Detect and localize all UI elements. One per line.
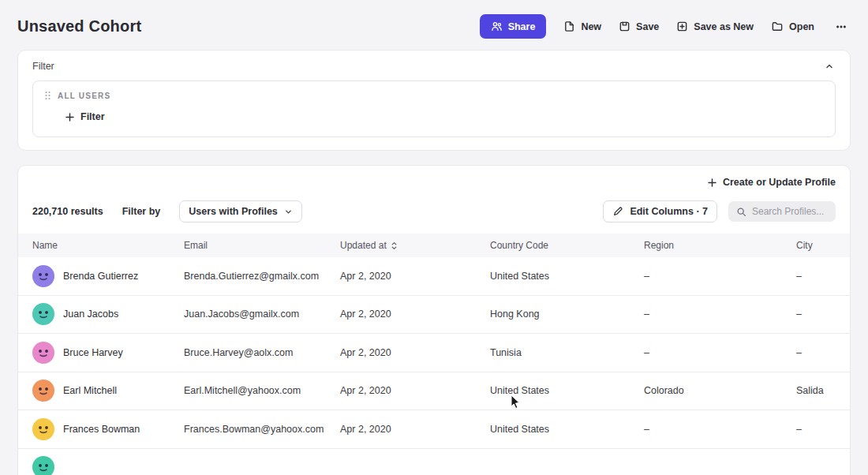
column-header-city: City	[796, 240, 836, 251]
results-panel: Create or Update Profile 220,710 results…	[17, 165, 851, 475]
chevron-up-icon	[825, 62, 834, 71]
column-header-updated-at[interactable]: Updated at	[340, 240, 490, 251]
plus-icon	[707, 178, 717, 188]
sort-icon	[391, 241, 398, 250]
country-cell: Hong Kong	[490, 309, 644, 320]
drag-handle-icon[interactable]	[44, 91, 51, 100]
filter-group: ALL USERS Filter	[32, 80, 836, 137]
country-cell: United States	[490, 271, 644, 282]
filter-by-label: Filter by	[122, 206, 161, 217]
open-button[interactable]: Open	[771, 21, 814, 32]
column-header-name: Name	[32, 240, 184, 251]
country-cell: Tunisia	[490, 347, 644, 358]
toolbar-right: Edit Columns · 7	[603, 200, 836, 223]
column-header-country-code: Country Code	[490, 240, 644, 251]
pencil-icon	[612, 206, 623, 217]
avatar	[32, 456, 54, 475]
city-cell: Salida	[796, 385, 836, 396]
filter-panel-header: Filter	[32, 60, 836, 73]
profile-search	[728, 201, 836, 222]
avatar	[32, 342, 54, 364]
results-toolbar: 220,710 results Filter by Users with Pro…	[18, 188, 850, 234]
column-header-email: Email	[184, 240, 340, 251]
table-row[interactable]: Frances Bowman Frances.Bowman@yahoox.com…	[18, 410, 850, 449]
updated-at-cell: Apr 2, 2020	[340, 309, 490, 320]
table-row[interactable]: Bruce Harvey Bruce.Harvey@aolx.com Apr 2…	[18, 334, 850, 372]
updated-at-cell: Apr 2, 2020	[340, 347, 490, 358]
save-as-new-button[interactable]: Save as New	[676, 21, 754, 32]
email-cell: Brenda.Gutierrez@gmailx.com	[184, 271, 340, 282]
save-as-new-icon	[676, 21, 688, 32]
share-icon	[491, 21, 503, 32]
updated-at-cell: Apr 2, 2020	[340, 385, 490, 396]
email-cell: Bruce.Harvey@aolx.com	[184, 347, 340, 358]
search-profiles-input[interactable]	[752, 206, 828, 217]
all-users-label: ALL USERS	[58, 92, 110, 100]
share-button[interactable]: Share	[480, 14, 547, 39]
page-title: Unsaved Cohort	[17, 17, 141, 36]
avatar	[32, 303, 54, 325]
table-row[interactable]: Juan Jacobs Juan.Jacobs@gmailx.com Apr 2…	[18, 296, 850, 335]
all-users-group: ALL USERS	[44, 91, 824, 100]
save-button[interactable]: Save	[619, 21, 659, 32]
collapse-filter-button[interactable]	[823, 60, 836, 73]
column-header-region: Region	[644, 240, 796, 251]
save-icon	[619, 21, 630, 32]
region-cell: –	[644, 271, 796, 282]
new-document-icon	[563, 21, 575, 32]
region-cell: –	[644, 309, 796, 320]
updated-at-cell: Apr 2, 2020	[340, 424, 490, 435]
edit-columns-button[interactable]: Edit Columns · 7	[603, 200, 717, 223]
region-cell: –	[644, 424, 796, 435]
table-header: Name Email Updated at Country Code Regio…	[18, 234, 850, 257]
filter-panel: Filter ALL USERS	[17, 50, 851, 151]
page-header: Unsaved Cohort Share New	[0, 0, 868, 50]
create-or-update-profile-button[interactable]: Create or Update Profile	[707, 177, 836, 188]
chevron-down-icon	[284, 208, 293, 216]
avatar	[32, 380, 54, 402]
search-icon	[736, 207, 746, 217]
email-cell: Juan.Jacobs@gmailx.com	[184, 309, 340, 320]
table-row[interactable]	[18, 449, 850, 475]
region-cell: –	[644, 347, 796, 358]
results-count: 220,710 results	[32, 206, 103, 217]
updated-at-cell: Apr 2, 2020	[340, 271, 490, 282]
avatar	[32, 265, 54, 287]
email-cell: Frances.Bowman@yahoox.com	[184, 424, 340, 435]
profile-name-cell: Brenda Gutierrez	[32, 265, 184, 287]
country-cell: United States	[490, 385, 644, 396]
city-cell: –	[796, 424, 836, 435]
city-cell: –	[796, 271, 836, 282]
profile-name-cell: Frances Bowman	[32, 418, 184, 440]
filter-panel-title: Filter	[32, 61, 54, 72]
plus-icon	[65, 112, 75, 122]
create-profile-row: Create or Update Profile	[18, 177, 850, 188]
add-filter-button[interactable]: Filter	[65, 111, 105, 122]
table-row[interactable]: Brenda Gutierrez Brenda.Gutierrez@gmailx…	[18, 257, 850, 296]
profile-name-cell	[32, 456, 184, 475]
city-cell: –	[796, 347, 836, 358]
profile-name-cell: Earl Mitchell	[32, 380, 184, 402]
avatar	[32, 418, 54, 440]
profile-name-cell: Juan Jacobs	[32, 303, 184, 325]
profiles-filter-dropdown[interactable]: Users with Profiles	[179, 200, 302, 223]
new-button[interactable]: New	[563, 21, 601, 32]
toolbar-left: 220,710 results Filter by Users with Pro…	[32, 200, 302, 223]
more-options-button[interactable]	[832, 18, 851, 36]
more-options-icon	[835, 21, 847, 32]
table-row[interactable]: Earl Mitchell Earl.Mitchell@yahoox.com A…	[18, 372, 850, 411]
country-cell: United States	[490, 424, 644, 435]
region-cell: Colorado	[644, 385, 796, 396]
profile-name-cell: Bruce Harvey	[32, 342, 184, 364]
header-actions: Share New Save Save as	[480, 14, 851, 39]
city-cell: –	[796, 309, 836, 320]
open-folder-icon	[771, 21, 784, 32]
email-cell: Earl.Mitchell@yahoox.com	[184, 385, 340, 396]
